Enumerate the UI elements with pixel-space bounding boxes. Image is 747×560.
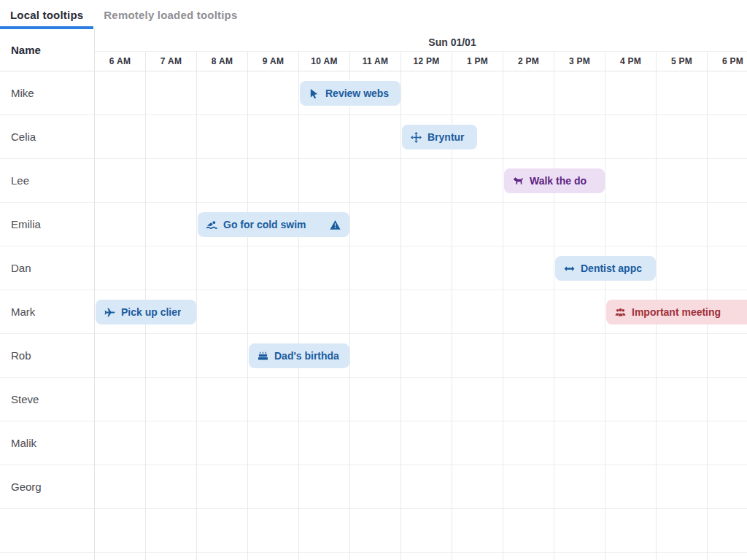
resource-row-malik[interactable]: Malik — [0, 421, 94, 465]
event-bar[interactable]: Dad's birthda — [249, 343, 349, 368]
event-bar[interactable]: Go for cold swim — [198, 212, 349, 237]
event-label: Bryntur — [427, 131, 465, 143]
time-header-cell: 3 PM — [554, 52, 605, 71]
timeline: Sun 01/01 6 AM7 AM8 AM9 AM10 AM11 AM12 P… — [95, 29, 747, 560]
cake-icon — [258, 351, 268, 362]
resource-row-mike[interactable]: Mike — [0, 71, 94, 115]
resource-row-steve[interactable]: Steve — [0, 378, 94, 421]
event-label: Go for cold swim — [223, 219, 306, 230]
schedule-body: Review websBrynturWalk the doGo for cold… — [95, 71, 747, 560]
resource-row-mark[interactable]: Mark — [0, 290, 94, 334]
event-bar[interactable]: Dentist appc — [555, 256, 656, 281]
time-header-cell: 5 PM — [657, 52, 708, 71]
time-header-cell: 4 PM — [605, 52, 657, 71]
scheduler: Name MikeCeliaLeeEmiliaDanMarkRobSteveMa… — [0, 29, 747, 560]
tab-local-tooltips[interactable]: Local tooltips — [0, 0, 93, 29]
date-header: Sun 01/01 — [95, 29, 747, 51]
event-label: Walk the do — [530, 175, 587, 187]
resource-column: Name MikeCeliaLeeEmiliaDanMarkRobSteveMa… — [0, 29, 95, 560]
resource-rows: MikeCeliaLeeEmiliaDanMarkRobSteveMalikGe… — [0, 71, 94, 560]
event-bar[interactable]: Pick up clier — [96, 300, 196, 324]
plane-icon — [104, 307, 115, 318]
resource-row-georg[interactable]: Georg — [0, 465, 94, 509]
time-header-cell: 10 AM — [299, 52, 350, 71]
resource-row-empty — [0, 509, 94, 553]
time-header-cell: 12 PM — [401, 52, 452, 71]
time-header-cell: 6 AM — [95, 52, 146, 71]
time-axis: 6 AM7 AM8 AM9 AM10 AM11 AM12 PM1 PM2 PM3… — [95, 51, 747, 71]
resource-row-emilia[interactable]: Emilia — [0, 203, 94, 246]
users-icon — [615, 307, 626, 318]
event-label: Important meeting — [632, 306, 721, 318]
event-label: Dentist appc — [581, 262, 642, 274]
event-bar[interactable]: Walk the do — [504, 168, 605, 193]
resource-row-rob[interactable]: Rob — [0, 334, 94, 378]
event-label: Review webs — [325, 88, 389, 99]
time-header-cell: 6 PM — [708, 52, 747, 71]
time-header-cell: 1 PM — [452, 52, 503, 71]
resource-row-empty — [0, 553, 94, 560]
resource-row-celia[interactable]: Celia — [0, 115, 94, 159]
tab-remote-tooltips[interactable]: Remotely loaded tooltips — [93, 0, 247, 29]
resource-row-dan[interactable]: Dan — [0, 246, 94, 290]
time-header-cell: 11 AM — [350, 52, 401, 71]
time-header-cell: 8 AM — [197, 52, 248, 71]
tab-bar: Local tooltips Remotely loaded tooltips — [0, 0, 747, 29]
swimmer-icon — [206, 219, 217, 230]
time-header-cell: 2 PM — [503, 52, 554, 71]
event-label: Dad's birthda — [274, 350, 339, 362]
move-icon — [411, 132, 422, 143]
resource-row-lee[interactable]: Lee — [0, 159, 94, 203]
dog-icon — [513, 176, 524, 187]
scheduler-app: Local tooltips Remotely loaded tooltips … — [0, 0, 747, 560]
warning-icon — [325, 219, 341, 230]
event-bar[interactable]: Bryntur — [402, 125, 477, 149]
mouse-pointer-icon — [309, 88, 320, 99]
name-column-header: Name — [0, 29, 94, 71]
time-header-cell: 7 AM — [146, 52, 197, 71]
event-label: Pick up clier — [121, 306, 181, 318]
time-header-cell: 9 AM — [248, 52, 299, 71]
arrows-h-icon — [564, 263, 575, 274]
event-bar[interactable]: Important meeting — [606, 300, 747, 324]
event-bar[interactable]: Review webs — [300, 81, 400, 106]
